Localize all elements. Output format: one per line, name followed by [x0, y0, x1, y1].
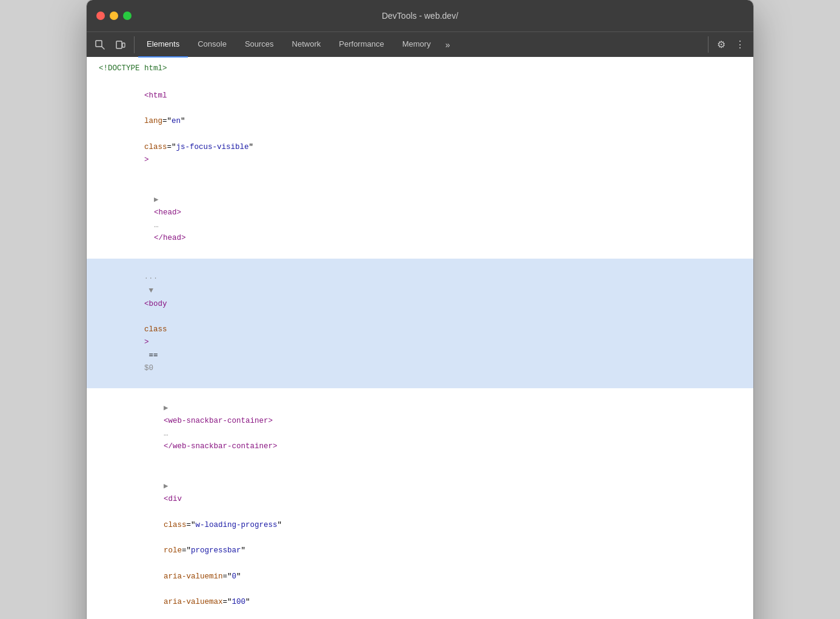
dom-line-loading[interactable]: ▶ <div class="w-loading-progress" role="… — [87, 467, 753, 619]
dom-line-snackbar[interactable]: ▶ <web-snackbar-container> … </web-snack… — [87, 388, 753, 467]
devtools-window: DevTools - web.dev/ Elements Console — [87, 0, 753, 619]
tab-console[interactable]: Console — [189, 32, 235, 58]
dom-line-head[interactable]: ▶ <head> … </head> — [87, 180, 753, 259]
dom-line-body[interactable]: ··· ▼ <body class > == $0 — [87, 259, 753, 389]
toolbar-icons — [92, 36, 135, 53]
tab-elements[interactable]: Elements — [138, 32, 188, 58]
titlebar: DevTools - web.dev/ — [87, 0, 753, 31]
dom-tree-panel: <!DOCTYPE html> <html lang="en" class="j… — [87, 57, 753, 619]
tab-memory[interactable]: Memory — [394, 32, 439, 58]
svg-rect-3 — [122, 43, 125, 47]
tabbar-actions: ⚙ ⋮ — [708, 36, 748, 53]
window-title: DevTools - web.dev/ — [382, 11, 458, 21]
svg-rect-2 — [116, 41, 122, 48]
tab-network[interactable]: Network — [284, 32, 330, 58]
svg-line-1 — [102, 47, 104, 49]
maximize-button[interactable] — [123, 12, 132, 20]
dom-tree[interactable]: <!DOCTYPE html> <html lang="en" class="j… — [87, 57, 753, 619]
tab-performance[interactable]: Performance — [330, 32, 392, 58]
tab-sources[interactable]: Sources — [236, 32, 282, 58]
device-toggle-icon[interactable] — [112, 36, 129, 53]
close-button[interactable] — [96, 12, 105, 20]
dom-line-html[interactable]: <html lang="en" class="js-focus-visible"… — [87, 76, 753, 180]
more-options-button[interactable]: ⋮ — [732, 36, 748, 53]
svg-rect-0 — [96, 41, 102, 47]
dom-line-doctype[interactable]: <!DOCTYPE html> — [87, 62, 753, 76]
element-picker-icon[interactable] — [92, 36, 108, 53]
more-tabs-button[interactable]: » — [441, 40, 455, 50]
settings-button[interactable]: ⚙ — [713, 36, 729, 53]
traffic-lights — [96, 12, 132, 20]
minimize-button[interactable] — [110, 12, 118, 20]
devtools-tabbar: Elements Console Sources Network Perform… — [87, 31, 753, 57]
